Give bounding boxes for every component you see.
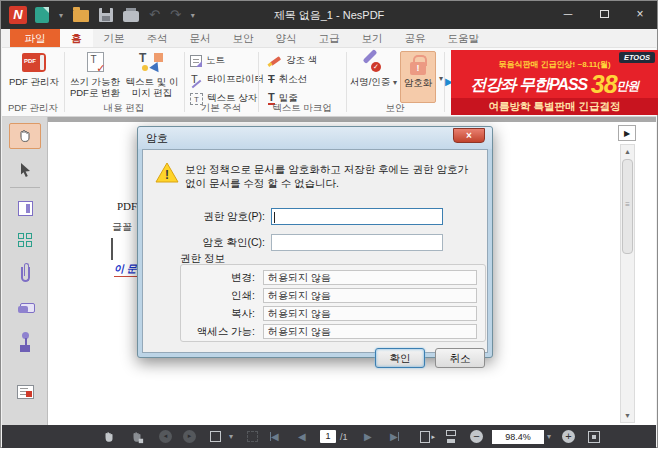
maximize-button[interactable] bbox=[593, 5, 615, 23]
ok-button[interactable]: 확인 bbox=[375, 348, 425, 368]
snapshot-button[interactable] bbox=[247, 425, 258, 448]
tab-file[interactable]: 파일 bbox=[10, 29, 60, 47]
sign-caret-icon[interactable]: ▾ bbox=[393, 78, 397, 87]
sign-pen-icon bbox=[359, 52, 381, 72]
typewriter-button[interactable]: 타이프라이터 bbox=[190, 72, 264, 87]
hand-tool-button[interactable] bbox=[9, 123, 41, 149]
hand-select-button[interactable] bbox=[130, 425, 144, 448]
history-back-button[interactable]: ◂ bbox=[159, 425, 172, 448]
single-page-icon bbox=[420, 431, 430, 443]
prev-page-button[interactable]: ◀ bbox=[298, 425, 306, 448]
permission-value: 허용되지 않음 bbox=[263, 324, 477, 339]
tab-view[interactable]: 보기 bbox=[351, 29, 394, 47]
bookmark-icon bbox=[18, 201, 33, 216]
thumbnails-grid-icon bbox=[18, 233, 32, 247]
page-number-box[interactable]: 1 bbox=[320, 425, 336, 448]
select-tool-button[interactable] bbox=[9, 157, 41, 183]
tab-comment[interactable]: 주석 bbox=[136, 29, 179, 47]
ad-banner[interactable]: ETOOS 묶음식판매 긴급인상! ~8.11(월) 전강좌 무한PASS 38… bbox=[451, 50, 658, 115]
edit-text-image-button[interactable]: T 텍스트 및 이미지 편집 bbox=[124, 50, 180, 99]
dialog-close-button[interactable]: × bbox=[453, 128, 485, 143]
note-button[interactable]: 노트 bbox=[190, 53, 225, 68]
dialog-warning-text: 보안 정책으로 문서를 암호화하고 저장한 후에는 권한 암호가 없이 문서를 … bbox=[185, 162, 481, 190]
fullscreen-button[interactable] bbox=[588, 425, 600, 448]
group-label-pdf-manager: PDF 관리자 bbox=[2, 102, 64, 115]
page-mode-caret-icon[interactable]: ▾ bbox=[229, 425, 233, 448]
panel-toggle-button[interactable]: ▶ bbox=[618, 125, 636, 141]
last-page-button[interactable]: ▶ bbox=[390, 425, 399, 448]
dialog-body: ! 보안 정책으로 문서를 암호화하고 저장한 후에는 권한 암호가 없이 문서… bbox=[142, 149, 488, 353]
stamp-panel-button[interactable] bbox=[9, 327, 41, 353]
history-forward-button[interactable]: ▸ bbox=[183, 425, 196, 448]
confirm-password-label: 암호 확인(C): bbox=[203, 236, 265, 250]
page-display-mode-button[interactable] bbox=[210, 425, 221, 448]
zoom-in-button[interactable]: + bbox=[562, 425, 575, 448]
strikethrough-button[interactable]: T 취소선 bbox=[268, 72, 307, 87]
attachments-panel-button[interactable] bbox=[9, 261, 41, 287]
permission-row: 복사: 허용되지 않음 bbox=[181, 306, 477, 321]
cancel-button[interactable]: 취소 bbox=[435, 348, 485, 368]
permission-password-input[interactable] bbox=[271, 208, 443, 225]
first-page-button[interactable]: ◀ bbox=[270, 425, 279, 448]
group-label-content-edit: 내용 편집 bbox=[64, 102, 184, 115]
hand-pan-button[interactable] bbox=[102, 425, 116, 448]
convert-writable-pdf-button[interactable]: 쓰기 가능한 PDF로 변환 bbox=[68, 50, 122, 99]
tab-help[interactable]: 도움말 bbox=[437, 29, 491, 47]
document-text: 글꼴 bbox=[112, 220, 132, 234]
scrollbar-thumb[interactable] bbox=[622, 159, 633, 254]
pdf-book-icon bbox=[22, 53, 46, 72]
next-page-button[interactable]: ▶ bbox=[364, 425, 372, 448]
permission-value: 허용되지 않음 bbox=[263, 306, 477, 321]
group-label-markup: 텍스트 마크업 bbox=[258, 102, 346, 115]
continuous-pages-icon bbox=[446, 430, 456, 436]
permission-row: 인쇄: 허용되지 않음 bbox=[181, 288, 477, 303]
ribbon: PDF 관리자 PDF 관리자 쓰기 가능한 PDF로 변환 T 텍스트 및 이… bbox=[2, 48, 656, 117]
zoom-level-box[interactable]: 98.4% bbox=[492, 425, 544, 448]
certificate-icon bbox=[17, 385, 34, 399]
thumbnails-panel-button[interactable] bbox=[9, 227, 41, 253]
fit-screen-icon bbox=[588, 431, 600, 443]
group-label-annotation: 기본 주석 bbox=[184, 102, 258, 115]
tab-security[interactable]: 보안 bbox=[222, 29, 265, 47]
bookmarks-panel-button[interactable] bbox=[9, 195, 41, 221]
confirm-password-input[interactable] bbox=[271, 234, 443, 251]
vertical-scrollbar[interactable]: ▲ ▼ bbox=[620, 144, 635, 423]
tool-sidebar bbox=[2, 117, 48, 425]
encrypt-button[interactable]: 암호화 bbox=[400, 51, 436, 103]
zoom-out-button[interactable]: − bbox=[470, 425, 483, 448]
tab-forms[interactable]: 양식 bbox=[265, 29, 308, 47]
permission-row: 변경: 허용되지 않음 bbox=[181, 270, 477, 285]
continuous-view-button[interactable] bbox=[446, 425, 456, 448]
highlight-color-button[interactable]: 강조 색 bbox=[268, 53, 317, 68]
tab-basic[interactable]: 기본 bbox=[93, 29, 136, 47]
scroll-down-icon[interactable]: ▼ bbox=[621, 409, 634, 422]
close-button[interactable]: × bbox=[629, 5, 651, 23]
tab-share[interactable]: 공유 bbox=[394, 29, 437, 47]
minimize-button[interactable]: ─ bbox=[557, 5, 579, 23]
ad-subline: 여름방학 특별판매 긴급결정 bbox=[451, 98, 658, 115]
pdf-manager-button[interactable]: PDF 관리자 bbox=[8, 50, 60, 87]
scroll-up-icon[interactable]: ▲ bbox=[621, 145, 634, 158]
highlighter-icon bbox=[268, 54, 282, 67]
window-controls: ─ × bbox=[557, 5, 651, 23]
tab-advanced[interactable]: 고급 bbox=[308, 29, 351, 47]
encrypt-caret-icon[interactable]: ▾ bbox=[439, 74, 443, 83]
signatures-panel-button[interactable] bbox=[9, 379, 41, 405]
snapshot-icon bbox=[247, 431, 258, 442]
zoom-caret-icon[interactable]: ▾ bbox=[547, 425, 551, 448]
sign-certify-button[interactable]: 서명/인증 bbox=[348, 50, 392, 87]
comments-icon bbox=[18, 303, 33, 313]
tab-document[interactable]: 문서 bbox=[179, 29, 222, 47]
comments-panel-button[interactable] bbox=[9, 295, 41, 321]
hand-icon bbox=[17, 128, 33, 144]
tab-home[interactable]: 홈 bbox=[60, 29, 93, 47]
pin-icon bbox=[18, 332, 32, 348]
paperclip-icon bbox=[21, 267, 30, 282]
ad-tagline: 묶음식판매 긴급인상! ~8.11(월) bbox=[451, 59, 658, 70]
single-page-view-button[interactable] bbox=[420, 425, 430, 448]
strikethrough-icon: T bbox=[268, 73, 275, 86]
edit-text-image-icon: T bbox=[139, 51, 165, 73]
page-square-icon bbox=[210, 431, 221, 442]
permission-value: 허용되지 않음 bbox=[263, 288, 477, 303]
permission-info-groupbox: 변경: 허용되지 않음 인쇄: 허용되지 않음 복사: 허용되지 않음 액세스 … bbox=[180, 264, 486, 342]
